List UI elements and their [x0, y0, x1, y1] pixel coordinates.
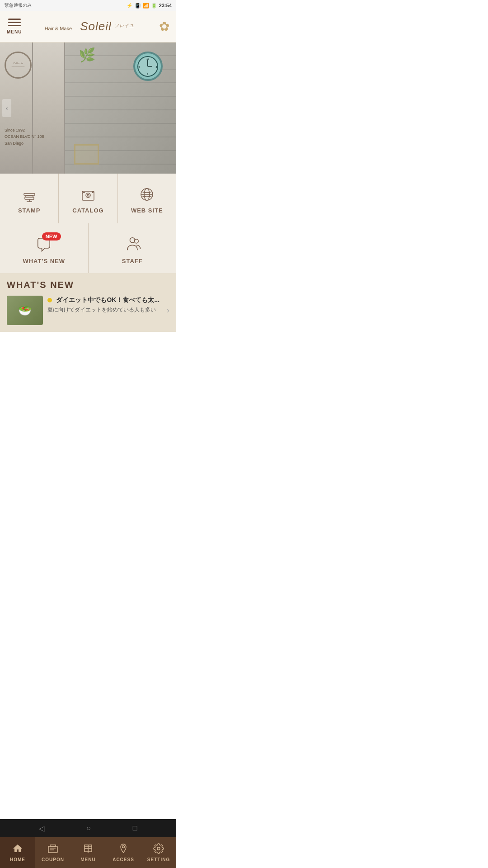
brand-title: Hair & Make Soleil ソレイユ	[22, 19, 157, 33]
floral-decor: 🌿	[79, 47, 95, 63]
menu-label: MENU	[7, 29, 22, 34]
catalog-icon	[79, 185, 97, 203]
new-badge: NEW	[42, 232, 61, 241]
stamp-circle-decor: California────────	[5, 52, 32, 79]
stamp-label: STAMP	[18, 207, 41, 214]
frame-decor	[74, 144, 99, 165]
news-dot-indicator	[47, 298, 52, 302]
globe-icon	[138, 185, 156, 203]
slider-prev-button[interactable]: ‹	[2, 99, 11, 117]
staff-label: STAFF	[122, 258, 143, 264]
hero-text-line3: San Diego	[5, 140, 44, 146]
time-display: 23:54	[159, 3, 172, 8]
svg-text:3: 3	[156, 66, 157, 68]
stamp-button[interactable]: STAMP	[0, 174, 58, 223]
svg-point-13	[86, 193, 90, 198]
staff-icon	[122, 234, 142, 254]
battery-icon: 🔋	[151, 3, 157, 9]
news-title: ダイエット中でもOK！食べても太...	[56, 296, 160, 303]
vibrate-icon: 📳	[135, 3, 141, 9]
website-label: WEB SITE	[131, 207, 163, 214]
hero-banner: California──────── Since 1992 OCEAN BLVD…	[0, 42, 176, 174]
sun-icon: ✿	[159, 19, 169, 34]
news-arrow-icon: ›	[167, 306, 169, 315]
whats-new-section: WHAT'S NEW ダイエット中でもOK！食べても太... 夏に向けてダイエッ…	[0, 273, 176, 332]
news-description: 夏に向けてダイエットを始めている人も多い	[47, 306, 162, 314]
wifi-icon: 📶	[143, 3, 149, 9]
brand-kana: ソレイユ	[114, 23, 134, 28]
grid-menu-row1: STAMP CATALOG WEB SITE	[0, 174, 176, 223]
grid-menu-row2: NEW WHAT'S NEW STAFF	[0, 223, 176, 273]
svg-point-14	[87, 194, 89, 196]
catalog-button[interactable]: CATALOG	[59, 174, 117, 223]
bluetooth-icon: ⚡	[127, 3, 133, 9]
news-content: ダイエット中でもOK！食べても太... 夏に向けてダイエットを始めている人も多い	[47, 296, 162, 314]
hero-text-line1: Since 1992	[5, 127, 44, 133]
status-bar: 緊急通報のみ ⚡ 📳 📶 🔋 23:54	[0, 0, 176, 11]
whats-new-title: WHAT'S NEW	[7, 280, 169, 290]
hero-text-line2: OCEAN BLVD.N° 108	[5, 133, 44, 140]
website-button[interactable]: WEB SITE	[118, 174, 176, 223]
svg-text:9: 9	[139, 66, 140, 68]
svg-rect-9	[24, 193, 35, 195]
news-item[interactable]: ダイエット中でもOK！食べても太... 夏に向けてダイエットを始めている人も多い…	[7, 296, 169, 325]
clock-decor: 6 12 9 3	[133, 52, 163, 81]
svg-point-15	[92, 191, 94, 193]
whatsnew-button[interactable]: NEW WHAT'S NEW	[0, 223, 88, 273]
menu-button[interactable]: MENU	[7, 19, 22, 34]
hero-text-block: Since 1992 OCEAN BLVD.N° 108 San Diego	[5, 127, 44, 146]
whatsnew-label: WHAT'S NEW	[23, 258, 65, 264]
staff-button[interactable]: STAFF	[89, 223, 177, 273]
catalog-label: CATALOG	[72, 207, 103, 214]
status-carrier: 緊急通報のみ	[5, 2, 32, 9]
svg-text:6: 6	[147, 73, 149, 75]
app-header: MENU Hair & Make Soleil ソレイユ ✿	[0, 11, 176, 42]
news-thumbnail	[7, 296, 43, 325]
status-icons: ⚡ 📳 📶 🔋 23:54	[127, 3, 172, 9]
brand-subtitle: Hair & Make	[45, 26, 72, 31]
svg-text:12: 12	[147, 57, 150, 60]
hero-right-panel: 6 12 9 3 🌿	[65, 42, 176, 174]
stamp-icon	[20, 185, 38, 203]
brand-name: Soleil	[80, 19, 112, 33]
